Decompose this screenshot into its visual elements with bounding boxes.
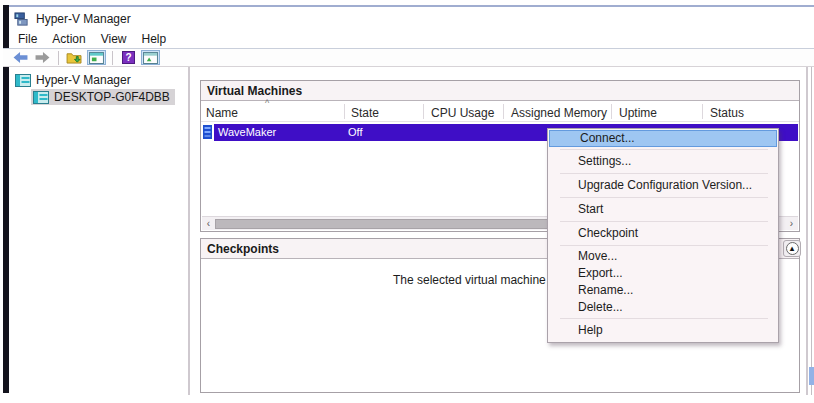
toolbar-divider [112,51,113,65]
right-edge-scroll-fragment [809,367,814,385]
sort-ascending-icon: ^ [265,98,269,108]
title-bar: Hyper-V Manager [10,8,131,30]
console-tree: Hyper-V Manager DESKTOP-G0F4DBB [9,67,187,395]
vm-context-menu: Connect... Settings... Upgrade Configura… [547,128,779,343]
console-tree-icon [15,74,31,87]
menu-separator [560,221,768,222]
menu-separator [560,173,768,174]
menu-item-export[interactable]: Export... [548,265,778,282]
action-pane-window-icon[interactable] [141,50,160,65]
column-header-state[interactable]: State [351,106,379,120]
vm-state-cell: Off [348,124,362,141]
open-folder-icon[interactable] [65,50,84,65]
console-window-icon[interactable] [87,50,106,65]
column-divider[interactable] [503,104,504,119]
menu-item-connect[interactable]: Connect... [549,130,777,147]
tree-item-label: Hyper-V Manager [36,73,131,87]
scroll-left-icon[interactable]: ‹ [202,217,215,230]
scrollbar-thumb[interactable] [215,219,553,229]
menu-separator [560,197,768,198]
menu-item-help[interactable]: Help [548,321,778,340]
vm-name-cell: WaveMaker [218,124,276,141]
toolbar: ? [3,48,814,67]
menu-item-rename[interactable]: Rename... [548,282,778,299]
forward-arrow-icon[interactable] [33,50,52,65]
help-icon[interactable]: ? [119,50,138,65]
tree-item-hyperv-manager[interactable]: Hyper-V Manager [15,72,131,88]
window-title: Hyper-V Manager [36,12,131,26]
scroll-right-icon[interactable]: › [785,217,798,230]
column-header-uptime[interactable]: Uptime [619,106,657,120]
menu-item-checkpoint[interactable]: Checkpoint [548,224,778,243]
collapse-arrow-icon: ▴ [786,242,799,255]
panel-title: Checkpoints [207,242,279,256]
column-header-name[interactable]: Name [206,106,238,120]
menu-item-settings[interactable]: Settings... [548,152,778,171]
menu-item-upgrade-configuration-version[interactable]: Upgrade Configuration Version... [548,176,778,195]
menu-view[interactable]: View [101,32,127,46]
menu-item-move[interactable]: Move... [548,248,778,265]
column-header-status[interactable]: Status [710,106,744,120]
menu-separator [560,318,768,319]
collapse-panel-button[interactable]: ▴ [783,240,801,257]
menu-item-delete[interactable]: Delete... [548,299,778,316]
menu-separator [560,149,768,150]
action-pane-divider [806,67,808,395]
help-question-glyph: ? [122,51,135,64]
menu-bar: File Action View Help [9,30,814,48]
hyperv-app-icon [14,12,29,27]
menu-action[interactable]: Action [52,32,85,46]
column-divider[interactable] [702,104,703,119]
column-header-cpu[interactable]: CPU Usage [431,106,494,120]
column-divider[interactable] [611,104,612,119]
toolbar-divider [58,51,59,65]
menu-help[interactable]: Help [142,32,167,46]
virtual-machines-header: Virtual Machines [201,81,799,101]
column-divider[interactable] [423,104,424,119]
panel-title: Virtual Machines [207,84,302,98]
menu-item-start[interactable]: Start [548,200,778,219]
window-top-border [3,5,814,7]
hyperv-manager-window: Hyper-V Manager File Action View Help [0,0,814,403]
menu-file[interactable]: File [18,32,37,46]
tree-item-host-selected[interactable]: DESKTOP-G0F4DBB [31,89,175,105]
vm-table-header: ^ Name State CPU Usage Assigned Memory U… [201,101,799,122]
tree-item-label: DESKTOP-G0F4DBB [54,90,170,104]
virtual-machine-icon [203,125,212,139]
menu-separator [560,245,768,246]
column-divider[interactable] [344,104,345,119]
tree-pane-divider[interactable] [188,67,190,395]
host-server-icon [33,91,49,104]
back-arrow-icon[interactable] [11,50,30,65]
window-right-edge [811,67,812,395]
column-header-memory[interactable]: Assigned Memory [511,106,607,120]
